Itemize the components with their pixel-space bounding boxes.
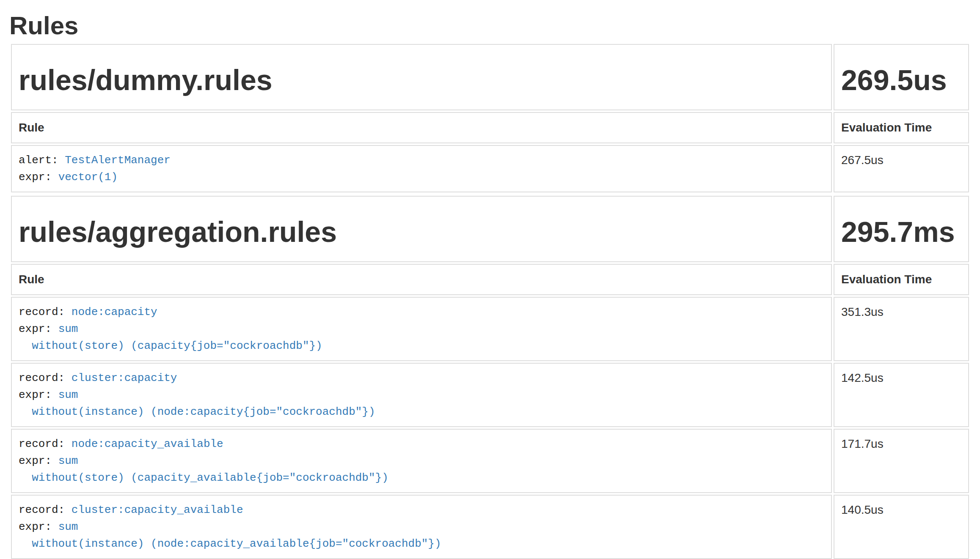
rule-keyword: record: <box>19 306 72 318</box>
rules-page: Rules rules/dummy.rules 269.5us Rule Eva… <box>0 12 980 559</box>
rule-code: record: node:capacity_available expr: su… <box>19 436 824 486</box>
group-header-row: rules/dummy.rules 269.5us <box>11 44 969 110</box>
record-name-link[interactable]: cluster:capacity <box>72 372 177 384</box>
evaluation-time-column-header: Evaluation Time <box>834 264 969 295</box>
evaluation-time-column-header: Evaluation Time <box>834 112 969 143</box>
rule-evaluation-time: 142.5us <box>834 363 969 427</box>
rule-code: record: node:capacity expr: sum without(… <box>19 304 824 354</box>
rule-group-evaluation-time: 295.7ms <box>841 216 961 248</box>
record-name-link[interactable]: node:capacity_available <box>72 438 223 450</box>
column-header-row: Rule Evaluation Time <box>11 112 969 143</box>
expr-link[interactable]: sum without(store) (capacity_available{j… <box>19 455 388 484</box>
record-name-link[interactable]: cluster:capacity_available <box>72 504 243 516</box>
expr-link[interactable]: sum without(store) (capacity{job="cockro… <box>19 323 322 352</box>
rule-keyword: alert: <box>19 154 65 167</box>
rule-group-name: rules/dummy.rules <box>19 64 824 96</box>
rule-keyword: expr: <box>19 389 58 401</box>
rule-column-header: Rule <box>11 264 832 295</box>
column-header-row: Rule Evaluation Time <box>11 264 969 295</box>
rule-row: record: cluster:capacity expr: sum witho… <box>11 363 969 427</box>
rule-group-table: rules/aggregation.rules 295.7ms Rule Eva… <box>9 194 971 559</box>
rule-code: alert: TestAlertManager expr: vector(1) <box>19 152 824 186</box>
rule-code: record: cluster:capacity expr: sum witho… <box>19 370 824 420</box>
rule-evaluation-time: 267.5us <box>834 145 969 192</box>
rule-evaluation-time: 171.7us <box>834 429 969 493</box>
rule-group-evaluation-time: 269.5us <box>841 64 961 96</box>
rule-keyword: expr: <box>19 455 58 467</box>
rule-evaluation-time: 351.3us <box>834 297 969 361</box>
rule-keyword: expr: <box>19 323 58 335</box>
rule-group-name: rules/aggregation.rules <box>19 216 824 248</box>
expr-link[interactable]: vector(1) <box>58 171 118 184</box>
rule-keyword: record: <box>19 438 72 450</box>
group-header-row: rules/aggregation.rules 295.7ms <box>11 196 969 262</box>
alert-name-link[interactable]: TestAlertManager <box>65 154 171 167</box>
rule-group-table: rules/dummy.rules 269.5us Rule Evaluatio… <box>9 42 971 194</box>
rule-row: record: node:capacity expr: sum without(… <box>11 297 969 361</box>
record-name-link[interactable]: node:capacity <box>72 306 157 318</box>
rule-row: alert: TestAlertManager expr: vector(1) … <box>11 145 969 192</box>
rule-column-header: Rule <box>11 112 832 143</box>
rule-code: record: cluster:capacity_available expr:… <box>19 501 824 552</box>
rule-evaluation-time: 140.5us <box>834 495 969 559</box>
rule-keyword: record: <box>19 504 72 516</box>
rule-row: record: cluster:capacity_available expr:… <box>11 495 969 559</box>
rule-keyword: expr: <box>19 171 58 184</box>
rule-row: record: node:capacity_available expr: su… <box>11 429 969 493</box>
expr-link[interactable]: sum without(instance) (node:capacity{job… <box>19 389 375 418</box>
rule-keyword: record: <box>19 372 72 384</box>
rule-keyword: expr: <box>19 521 58 533</box>
expr-link[interactable]: sum without(instance) (node:capacity_ava… <box>19 521 441 550</box>
page-title: Rules <box>9 12 971 40</box>
